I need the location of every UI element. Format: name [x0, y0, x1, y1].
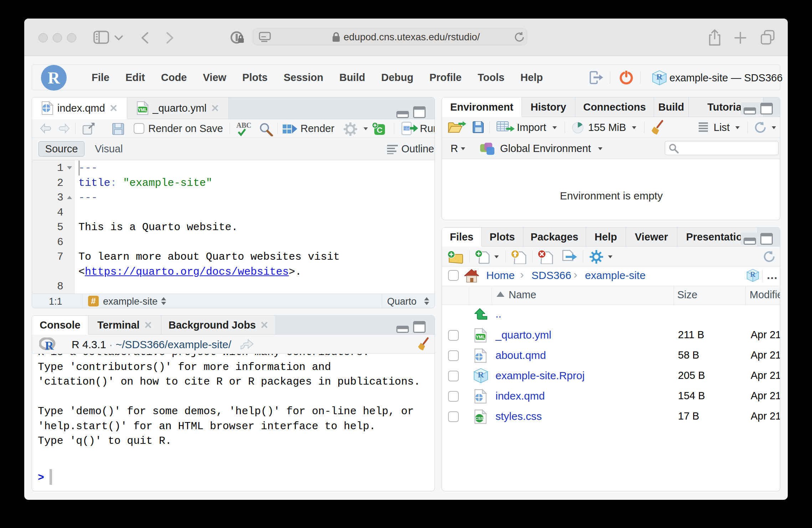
- svg-text:YML: YML: [138, 107, 147, 112]
- svg-text:R: R: [750, 270, 756, 278]
- svg-text:ABC: ABC: [236, 121, 251, 129]
- svg-text:YML: YML: [476, 335, 485, 340]
- svg-text:R: R: [478, 370, 484, 379]
- svg-text:R: R: [656, 72, 663, 81]
- svg-text:C: C: [377, 126, 382, 134]
- svg-text:CSS: CSS: [475, 416, 484, 421]
- svg-text:R: R: [45, 339, 54, 351]
